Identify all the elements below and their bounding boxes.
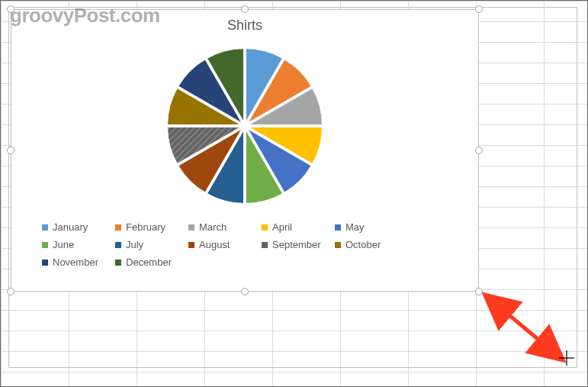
legend-swatch <box>188 242 194 248</box>
legend-swatch <box>262 224 268 231</box>
legend-swatch <box>115 260 121 266</box>
legend-label: September <box>272 239 321 250</box>
watermark-text: groovyPost.com <box>10 4 160 27</box>
legend-swatch <box>42 242 48 248</box>
resize-handle-ne[interactable] <box>475 5 483 13</box>
resize-handle-s[interactable] <box>241 288 249 295</box>
resize-handle-w[interactable] <box>7 147 14 154</box>
legend-label: November <box>53 256 98 268</box>
resize-handle-sw[interactable] <box>7 288 14 295</box>
resize-handle-n[interactable] <box>241 5 249 13</box>
legend-item-february[interactable]: February <box>115 221 173 233</box>
legend-label: May <box>345 221 365 233</box>
legend-item-april[interactable]: April <box>262 221 320 233</box>
legend-swatch <box>115 242 121 248</box>
legend-label: April <box>272 221 292 233</box>
chart-object[interactable]: Shirts JanuaryFebruaryMarchAprilMayJuneJ… <box>11 9 479 292</box>
svg-line-2 <box>487 297 561 358</box>
legend-label: March <box>199 221 227 233</box>
legend-label: August <box>199 239 230 250</box>
legend-swatch <box>262 242 268 248</box>
legend-label: October <box>345 239 381 250</box>
legend-label: December <box>126 256 172 268</box>
legend-swatch <box>335 242 341 248</box>
legend-swatch <box>42 224 48 231</box>
legend-item-november[interactable]: November <box>42 256 100 268</box>
legend-item-july[interactable]: July <box>115 239 173 250</box>
legend-label: February <box>126 221 165 233</box>
legend-item-january[interactable]: January <box>42 221 100 233</box>
resize-cursor-icon <box>557 349 576 370</box>
chart-legend: JanuaryFebruaryMarchAprilMayJuneJulyAugu… <box>11 214 478 268</box>
legend-label: January <box>53 221 88 233</box>
legend-label: June <box>53 239 74 250</box>
legend-item-june[interactable]: June <box>42 239 100 250</box>
pie-plot-area <box>11 37 478 214</box>
legend-swatch <box>42 260 48 266</box>
legend-swatch <box>335 224 341 231</box>
legend-item-september[interactable]: September <box>262 239 320 250</box>
resize-handle-e[interactable] <box>475 147 483 154</box>
legend-item-march[interactable]: March <box>188 221 246 233</box>
legend-item-december[interactable]: December <box>115 256 173 268</box>
legend-swatch <box>188 224 194 231</box>
legend-item-october[interactable]: October <box>335 239 393 250</box>
legend-label: July <box>126 239 143 250</box>
pie-chart <box>157 38 333 214</box>
legend-swatch <box>115 224 121 231</box>
legend-item-august[interactable]: August <box>188 239 246 250</box>
legend-item-may[interactable]: May <box>335 221 393 233</box>
